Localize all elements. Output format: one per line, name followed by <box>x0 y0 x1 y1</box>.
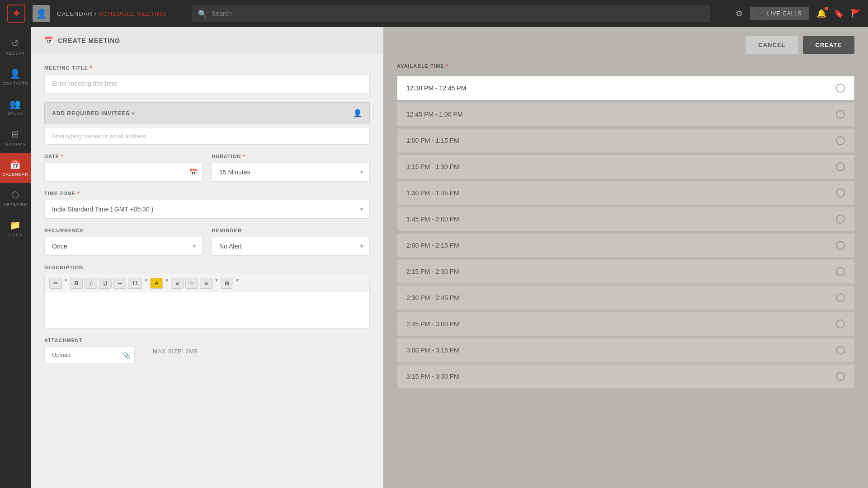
edit-chevron-icon: ▼ <box>64 278 68 289</box>
form-header-title: CREATE MEETING <box>58 37 120 44</box>
breadcrumb: CALENDAR / SCHEDULE MEETING <box>57 10 166 17</box>
time-slot-11[interactable]: 3:15 PM - 3:30 PM <box>397 364 854 389</box>
time-slot-label-6: 2:00 PM - 2:15 PM <box>406 242 459 249</box>
time-slot-4[interactable]: 1:30 PM - 1:45 PM <box>397 181 854 205</box>
toolbar-italic-button[interactable]: I <box>85 278 97 289</box>
sidebar-item-contacts[interactable]: 👤 CONTACTS <box>0 62 31 92</box>
date-input[interactable]: June 2, 2023 <box>44 163 203 182</box>
time-slot-2[interactable]: 1:00 PM - 1:15 PM <box>397 128 854 153</box>
settings-icon[interactable]: ⚙ <box>736 9 743 19</box>
cancel-button[interactable]: CANCEL <box>745 36 798 54</box>
form-body: MEETING TITLE * ADD REQUIRED INVITEES + … <box>31 54 383 374</box>
search-icon: 🔍 <box>198 9 207 18</box>
attachment-section: ATTACHMENT 📎 MAX SIZE: 2MB <box>44 338 370 363</box>
time-slot-radio-1 <box>836 110 845 119</box>
recent-icon: ↺ <box>11 38 19 49</box>
network-icon: ⬡ <box>11 189 19 200</box>
action-bar: CANCEL CREATE <box>745 36 854 54</box>
timezone-select[interactable]: India Standard Time ( GMT +05:30 ) UTC E… <box>44 200 370 219</box>
time-slot-10[interactable]: 3:00 PM - 3:15 PM <box>397 338 854 362</box>
search-input[interactable] <box>212 10 703 17</box>
add-invitees-button[interactable]: ADD REQUIRED INVITEES + 👤 <box>44 102 370 124</box>
search-bar[interactable]: 🔍 <box>192 5 710 22</box>
max-size-label: MAX SIZE: 2MB <box>153 338 198 355</box>
logo-icon: ❖ <box>13 9 20 19</box>
reminder-label: REMINDER <box>212 228 370 233</box>
toolbar-underline-button[interactable]: U <box>99 278 112 289</box>
time-slot-label-5: 1:45 PM - 2:00 PM <box>406 216 459 223</box>
sidebar-item-recent[interactable]: ↺ RECENT <box>0 32 31 62</box>
fontsize-chevron-icon: ▼ <box>144 278 148 289</box>
toolbar-align-button[interactable]: ≡ <box>200 278 212 289</box>
time-slot-7[interactable]: 2:15 PM - 2:30 PM <box>397 259 854 284</box>
flag-icon[interactable]: 🚩 <box>851 9 861 19</box>
live-calls-button[interactable]: 📞 LIVE CALLS <box>750 7 809 20</box>
time-slot-5[interactable]: 1:45 PM - 2:00 PM <box>397 207 854 231</box>
duration-label: DURATION * <box>212 154 370 159</box>
duration-field: DURATION * 15 Minutes 30 Minutes 45 Minu… <box>212 154 370 182</box>
sidebar-label-contacts: CONTACTS <box>3 81 28 86</box>
time-slot-1[interactable]: 12:45 PM - 1:00 PM <box>397 102 854 127</box>
meeting-title-field: MEETING TITLE * <box>44 65 370 93</box>
time-slot-9[interactable]: 2:45 PM - 3:00 PM <box>397 312 854 336</box>
sidebar-item-groups[interactable]: ⊞ GROUPS <box>0 122 31 153</box>
description-editor[interactable] <box>44 292 370 328</box>
date-label: DATE * <box>44 154 203 159</box>
toolbar-highlight-button[interactable]: A <box>150 278 163 289</box>
sidebar-item-network[interactable]: ⬡ NETWORK <box>0 183 31 213</box>
app-logo: ❖ <box>7 5 25 23</box>
toolbar-ordered-list-button[interactable]: ≣ <box>185 278 198 289</box>
reminder-select[interactable]: No Alert 5 Minutes Before 10 Minutes Bef… <box>212 237 370 256</box>
recurrence-select[interactable]: Once Daily Weekly Monthly <box>44 237 203 256</box>
time-slot-6[interactable]: 2:00 PM - 2:15 PM <box>397 233 854 258</box>
time-slot-radio-3 <box>836 162 845 171</box>
time-slot-0[interactable]: 12:30 PM - 12:45 PM <box>397 76 854 100</box>
toolbar-font-size-group: 11 ▼ <box>128 278 148 289</box>
sidebar-label-groups: GROUPS <box>5 142 25 146</box>
time-slot-radio-2 <box>836 136 845 145</box>
time-slot-radio-4 <box>836 188 845 197</box>
toolbar-unordered-list-button[interactable]: ≡ <box>171 278 184 289</box>
sidebar-item-files[interactable]: 📁 FILES <box>0 213 31 244</box>
toolbar-strikethrough-button[interactable]: ─ <box>113 278 126 289</box>
timezone-select-wrap: India Standard Time ( GMT +05:30 ) UTC E… <box>44 200 370 219</box>
time-slot-radio-5 <box>836 215 845 224</box>
meeting-title-input[interactable] <box>44 74 370 93</box>
table-chevron-icon: ▼ <box>235 278 240 289</box>
create-button[interactable]: CREATE <box>803 36 854 54</box>
invitees-label: ADD REQUIRED INVITEES + <box>52 110 135 117</box>
upload-input[interactable] <box>44 347 135 363</box>
toolbar-highlight-group: A ▼ <box>150 278 169 289</box>
content-area: 📅 CREATE MEETING MEETING TITLE * ADD REQ… <box>31 27 868 488</box>
editor-toolbar: ✏ ▼ B I U ─ 11 ▼ A ▼ <box>44 274 370 292</box>
attachment-label: ATTACHMENT <box>44 338 135 343</box>
bookmark-icon[interactable]: 🔖 <box>834 9 844 19</box>
notifications-icon[interactable]: 🔔 <box>816 9 826 19</box>
paperclip-icon: 📎 <box>123 352 130 359</box>
right-panel: CANCEL CREATE AVAILABLE TIME * 12:30 PM … <box>383 27 868 488</box>
reminder-field: REMINDER No Alert 5 Minutes Before 10 Mi… <box>212 228 370 256</box>
invitees-search-input[interactable] <box>44 128 370 145</box>
breadcrumb-current: SCHEDULE MEETING <box>99 10 167 17</box>
time-slot-label-1: 12:45 PM - 1:00 PM <box>406 111 463 118</box>
toolbar-edit-button[interactable]: ✏ <box>49 278 62 289</box>
toolbar-bold-button[interactable]: B <box>70 278 83 289</box>
time-slot-3[interactable]: 1:15 PM - 1:30 PM <box>397 155 854 179</box>
sidebar-item-calendar[interactable]: 📅 CALENDAR <box>0 153 31 183</box>
breadcrumb-base: CALENDAR <box>57 10 93 17</box>
upload-wrap: 📎 <box>44 347 135 363</box>
time-slot-label-11: 3:15 PM - 3:30 PM <box>406 373 459 380</box>
toolbar-table-button[interactable]: ⊞ <box>221 278 233 289</box>
time-slot-8[interactable]: 2:30 PM - 2:45 PM <box>397 286 854 310</box>
date-field: DATE * June 2, 2023 📅 <box>44 154 203 182</box>
description-label: DESCRIPTION <box>44 265 370 270</box>
time-slot-radio-9 <box>836 319 845 328</box>
sidebar-label-files: FILES <box>9 233 22 237</box>
sidebar-item-teams[interactable]: 👥 TEAMS <box>0 92 31 122</box>
files-icon: 📁 <box>9 220 21 230</box>
duration-select[interactable]: 15 Minutes 30 Minutes 45 Minutes 1 Hour <box>212 163 370 182</box>
toolbar-fontsize-button[interactable]: 11 <box>128 278 142 289</box>
topbar-right: ⚙ 📞 LIVE CALLS 🔔 🔖 🚩 <box>736 7 861 20</box>
phone-icon: 📞 <box>757 10 764 17</box>
toolbar-edit-group: ✏ ▼ <box>49 278 68 289</box>
